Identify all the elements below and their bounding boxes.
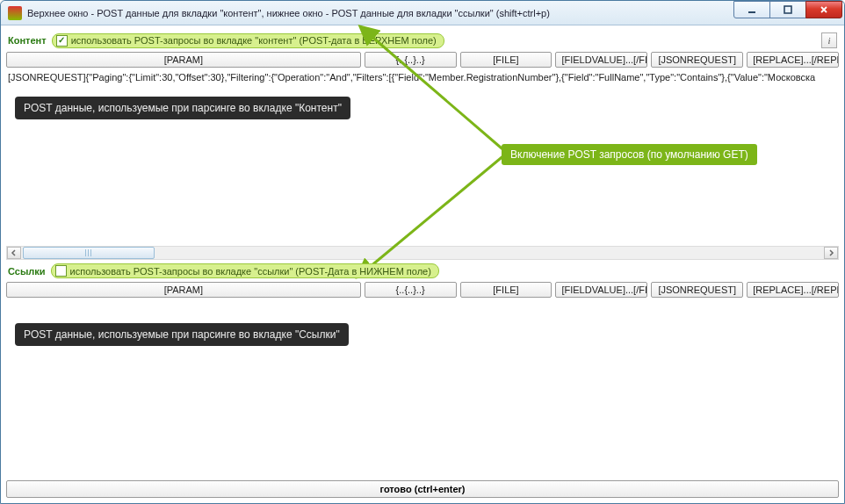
- scroll-right-button[interactable]: [824, 247, 838, 259]
- content-horizontal-scrollbar[interactable]: [6, 246, 839, 260]
- info-button[interactable]: i: [821, 32, 837, 48]
- scroll-grip: [85, 249, 92, 256]
- done-button[interactable]: готово (ctrl+enter): [6, 480, 839, 498]
- links-section-label: Ссылки: [8, 266, 46, 277]
- links-param-button[interactable]: [PARAM]: [6, 282, 361, 298]
- content-section-label: Контент: [8, 35, 47, 46]
- content-callout: POST данные, используемые при парсинге в…: [15, 97, 350, 119]
- svg-rect-1: [784, 6, 791, 13]
- links-braces-button[interactable]: {..{..}..}: [365, 282, 457, 298]
- close-button[interactable]: [805, 1, 842, 18]
- links-section-header: Ссылки использовать POST-запросы во вкла…: [6, 260, 839, 282]
- chevron-left-icon: [11, 249, 18, 256]
- content-file-button[interactable]: [FILE]: [460, 52, 552, 68]
- links-use-post-checkbox[interactable]: [55, 265, 67, 277]
- scroll-left-button[interactable]: [7, 247, 21, 259]
- scroll-track[interactable]: [21, 247, 824, 259]
- links-file-button[interactable]: [FILE]: [460, 282, 552, 298]
- content-section-header: Контент использовать POST-запросы во вкл…: [6, 31, 839, 52]
- content-param-button[interactable]: [PARAM]: [6, 52, 361, 68]
- content-braces-button[interactable]: {..{..}..}: [365, 52, 457, 68]
- close-icon: [819, 4, 829, 15]
- content-use-post-checkbox[interactable]: [56, 35, 68, 47]
- app-window: Верхнее окно - POST данные для вкладки "…: [0, 0, 845, 504]
- maximize-button[interactable]: [769, 1, 806, 18]
- content-fieldvalue-button[interactable]: [FIELDVALUE]...[/FIELDVALUE]: [555, 52, 647, 68]
- content-jsonrequest-button[interactable]: [JSONREQUEST]: [651, 52, 743, 68]
- scroll-thumb[interactable]: [23, 247, 155, 259]
- window-title: Верхнее окно - POST данные для вкладки "…: [27, 8, 550, 18]
- content-replace-button[interactable]: [REPLACE]...[/REPLACE]: [747, 52, 839, 68]
- minimize-icon: [747, 4, 757, 15]
- svg-rect-0: [748, 11, 755, 13]
- maximize-icon: [783, 4, 793, 15]
- links-button-row: [PARAM] {..{..}..} [FILE] [FIELDVALUE]..…: [6, 282, 839, 300]
- minimize-button[interactable]: [733, 1, 770, 18]
- enable-post-callout: Включение POST запросов (по умолчанию GE…: [502, 144, 757, 165]
- chevron-right-icon: [827, 249, 834, 256]
- links-fieldvalue-button[interactable]: [FIELDVALUE]...[/FIELDVALUE]: [555, 282, 647, 298]
- content-button-row: [PARAM] {..{..}..} [FILE] [FIELDVALUE]..…: [6, 52, 839, 70]
- app-icon: [8, 6, 22, 20]
- links-jsonrequest-button[interactable]: [JSONREQUEST]: [651, 282, 743, 298]
- links-checkbox-label: использовать POST-запросы во вкладке "сс…: [70, 266, 431, 277]
- content-checkbox-label: использовать POST-запросы во вкладке "ко…: [71, 35, 437, 46]
- links-text-area[interactable]: POST данные, используемые при парсинге в…: [6, 300, 839, 437]
- links-checkbox-pill: использовать POST-запросы во вкладке "сс…: [51, 263, 439, 278]
- window-controls: [734, 1, 842, 18]
- content-text-area[interactable]: POST данные, используемые при парсинге в…: [6, 84, 839, 246]
- links-callout: POST данные, используемые при парсинге в…: [15, 323, 349, 346]
- content-body-text[interactable]: [JSONREQUEST]{"Paging":{"Limit":30,"Offs…: [6, 70, 839, 84]
- content-checkbox-pill: использовать POST-запросы во вкладке "ко…: [52, 33, 444, 48]
- client-area: Контент использовать POST-запросы во вкл…: [1, 25, 844, 503]
- links-replace-button[interactable]: [REPLACE]...[/REPLACE]: [747, 282, 839, 298]
- titlebar[interactable]: Верхнее окно - POST данные для вкладки "…: [1, 1, 844, 25]
